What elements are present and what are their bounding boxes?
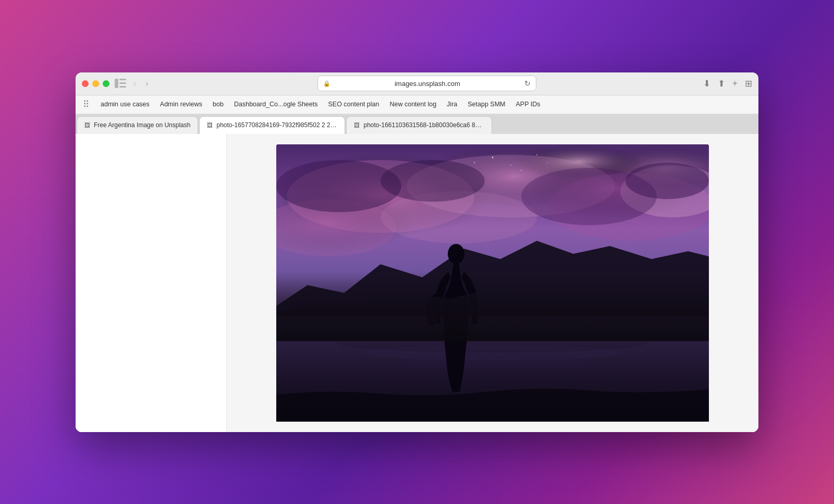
svg-point-20 [626,163,709,199]
reload-icon[interactable]: ↻ [524,79,531,88]
bookmark-app-ids[interactable]: APP IDs [511,99,546,110]
svg-point-25 [521,170,522,171]
photo-image [276,144,709,422]
url-text: images.unsplash.com [334,80,521,88]
address-bar-container: 🔒 images.unsplash.com ↻ [156,76,698,91]
sidebar-toggle-button[interactable] [115,79,126,88]
sidebar-panel [76,134,227,432]
minimize-button[interactable] [92,80,99,87]
title-bar: ‹ › 🔒 images.unsplash.com ↻ ⬇ ⬆ + ⊞ [76,72,758,95]
tab-2[interactable]: 🖼 photo-1661103631568-1b80030e6ca6 871x5… [346,116,492,134]
tab-favicon-2: 🖼 [354,122,360,128]
svg-point-24 [474,162,475,163]
tab-title-2: photo-1661103631568-1b80030e6ca6 871x580… [363,121,484,129]
bookmark-setapp-smm[interactable]: Setapp SMM [462,99,510,110]
tabs-bar: 🖼 Free Argentina Image on Unsplash 🖼 pho… [76,114,758,134]
bookmark-jira[interactable]: Jira [441,99,462,110]
address-bar[interactable]: 🔒 images.unsplash.com ↻ [317,76,536,91]
svg-rect-0 [115,79,118,88]
bookmark-admin-use-cases[interactable]: admin use cases [95,99,155,110]
bookmark-seo[interactable]: SEO content plan [323,99,384,110]
download-icon[interactable]: ⬇ [703,78,710,89]
forward-button[interactable]: › [143,78,150,89]
tab-1[interactable]: 🖼 photo-1657708284169-7932f985f502 2 264… [199,116,345,134]
svg-point-16 [381,191,537,243]
svg-rect-2 [119,82,126,84]
photo-container [276,144,709,422]
svg-point-30 [388,357,597,370]
grid-view-icon[interactable]: ⊞ [745,78,752,89]
bookmark-bob[interactable]: bob [207,99,229,110]
svg-rect-3 [119,86,126,88]
bookmark-dashboard[interactable]: Dashboard_Co...ogle Sheets [229,99,323,110]
bookmarks-bar: ⠿ admin use cases Admin reviews bob Dash… [76,95,758,114]
share-icon[interactable]: ⬆ [718,78,725,89]
svg-point-26 [547,162,548,163]
bookmark-new-content-log[interactable]: New content log [384,99,441,110]
tab-0[interactable]: 🖼 Free Argentina Image on Unsplash [77,116,198,134]
toolbar-right: ⬇ ⬆ + ⊞ [703,78,752,89]
maximize-button[interactable] [103,80,109,87]
svg-point-18 [381,160,485,202]
svg-point-31 [448,244,464,264]
close-button[interactable] [82,80,89,87]
browser-window: ‹ › 🔒 images.unsplash.com ↻ ⬇ ⬆ + ⊞ ⠿ ad… [76,72,758,432]
svg-point-21 [492,156,494,158]
lock-icon: 🔒 [323,80,330,87]
traffic-lights [82,80,109,87]
tab-favicon-1: 🖼 [207,122,213,128]
back-button[interactable]: ‹ [131,78,138,89]
tab-title-1: photo-1657708284169-7932f985f502 2 264x2… [216,121,337,129]
main-content [227,134,758,432]
apps-grid-icon[interactable]: ⠿ [83,99,89,110]
svg-point-23 [536,154,537,155]
svg-rect-1 [119,79,126,80]
content-area [76,134,758,432]
new-tab-icon[interactable]: + [732,78,738,89]
tab-favicon-0: 🖼 [84,122,90,128]
bookmark-admin-reviews[interactable]: Admin reviews [155,99,207,110]
svg-point-22 [510,165,511,166]
tab-title-0: Free Argentina Image on Unsplash [94,121,190,129]
